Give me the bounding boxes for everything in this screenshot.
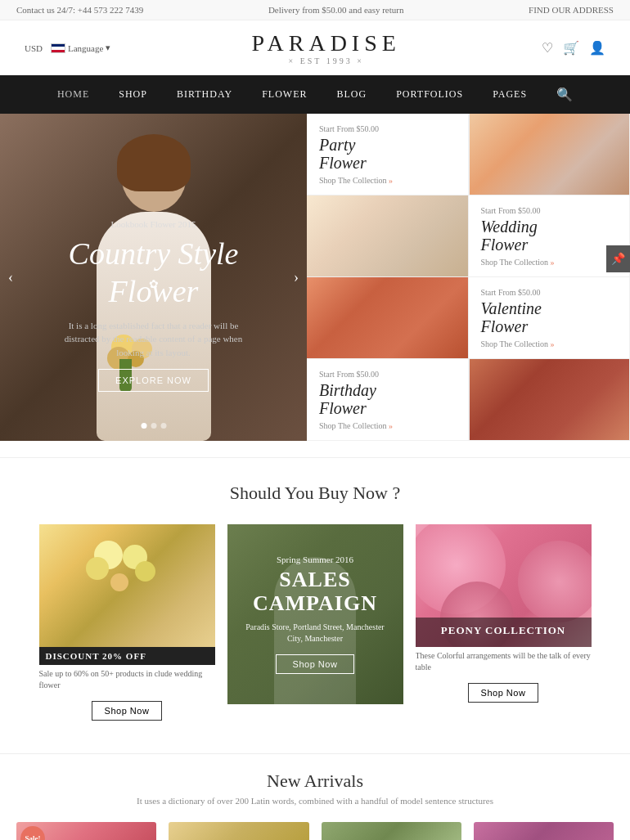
hero-dot-3[interactable]	[160, 423, 166, 429]
logo-est: × EST 1993 ×	[110, 56, 542, 65]
arrival-image-4	[474, 822, 614, 840]
valentine-flower-card: Start From $50.00 ValentineFlower Shop T…	[469, 277, 631, 359]
discount-desc: Sale up to 60% on 50+ products in clude …	[39, 665, 215, 694]
arrival-image-2	[169, 822, 308, 840]
nav-flower[interactable]: FLOWER	[247, 77, 322, 112]
flower-cards-grid: Start From $50.00 PartyFlower Shop The C…	[307, 114, 630, 441]
currency-selector[interactable]: USD	[25, 43, 43, 53]
wedding-title: WeddingFlower	[481, 218, 538, 254]
promo-grid: DISCOUNT 20% OFF Sale up to 60% on 50+ p…	[16, 524, 614, 721]
contact-info: Contact us 24/7: +44 573 222 7439	[16, 5, 143, 15]
arrivals-grid: Sale!	[16, 822, 614, 840]
new-arrivals-desc: It uses a dictionary of over 200 Latin w…	[16, 796, 614, 806]
valentine-flower-image	[307, 277, 469, 359]
party-title: PartyFlower	[319, 136, 367, 172]
should-buy-title: Should You Buy Now ?	[16, 483, 614, 504]
nav-search-icon[interactable]: 🔍	[542, 75, 587, 114]
nav-blog[interactable]: BLOG	[322, 77, 382, 112]
arrival-card-3	[322, 822, 461, 840]
season-label: Spring Summer 2016	[240, 555, 391, 564]
discount-image	[39, 524, 215, 647]
sidebar-pin-button[interactable]: 📌	[606, 245, 630, 272]
hero-prev-button[interactable]: ‹	[8, 269, 13, 286]
hero-dot-2[interactable]	[151, 423, 156, 429]
hero-title: Country Style Flower	[52, 236, 256, 310]
sales-campaign-card: Spring Summer 2016 SALES CAMPAIGN Paradi…	[227, 524, 403, 721]
peony-overlay: PEONY COLLECTION	[416, 618, 592, 647]
valentine-title: ValentineFlower	[481, 299, 542, 335]
explore-button[interactable]: Explore Now	[98, 369, 209, 392]
cart-icon[interactable]: 🛒	[563, 40, 579, 56]
header-left: USD Language ▾	[25, 43, 110, 53]
peony-card: PEONY COLLECTION PEONY COLLECTION These …	[416, 524, 592, 721]
logo-title: PARADISE	[110, 30, 542, 56]
flag-icon	[51, 43, 65, 53]
arrival-image-3	[322, 822, 461, 840]
party-flower-card: Start From $50.00 PartyFlower Shop The C…	[307, 114, 469, 195]
birthday-flower-image	[469, 359, 631, 441]
party-flower-image	[469, 114, 631, 195]
address-link[interactable]: FIND OUR ADDRESS	[529, 5, 614, 15]
wedding-flower-image	[307, 195, 469, 277]
hero-dots	[141, 423, 166, 429]
campaign-title: SALES CAMPAIGN	[240, 568, 391, 615]
should-buy-section: Should You Buy Now ? DISCOUNT 20% OFF Sa…	[0, 457, 630, 745]
nav-shop[interactable]: SHOP	[104, 77, 162, 112]
sale-badge-1: Sale!	[20, 826, 45, 840]
new-arrivals-section: New Arrivals It uses a dictionary of ove…	[0, 753, 630, 840]
account-icon[interactable]: 👤	[589, 40, 605, 56]
nav-pages[interactable]: PAGES	[478, 77, 542, 112]
hero-desc: It is a long established fact that a rea…	[52, 319, 256, 360]
peony-shop-button[interactable]: Shop Now	[468, 683, 539, 703]
peony-image: PEONY COLLECTION	[416, 524, 592, 647]
valentine-shop-link[interactable]: Shop The Collection »	[481, 339, 555, 348]
nav-portfolios[interactable]: PORTFOLIOS	[381, 77, 478, 112]
campaign-address: Paradis Store, Portland Street, Manchest…	[240, 622, 391, 645]
valentine-price: Start From $50.00	[481, 288, 541, 297]
wedding-price: Start From $50.00	[481, 206, 541, 215]
arrival-card-4	[474, 822, 614, 840]
delivery-info: Delivery from $50.00 and easy return	[268, 5, 404, 15]
hero-next-button[interactable]: ›	[294, 269, 299, 286]
discount-card: DISCOUNT 20% OFF Sale up to 60% on 50+ p…	[39, 524, 215, 721]
wishlist-icon[interactable]: ♡	[542, 40, 553, 56]
discount-label: DISCOUNT 20% OFF	[39, 647, 215, 665]
hero-main: ✿ Lookbook Flower 2015 Country Style Flo…	[0, 114, 307, 441]
birthday-price: Start From $50.00	[319, 370, 379, 379]
main-nav: HOME SHOP BIRTHDAY FLOWER BLOG PORTFOLIO…	[0, 75, 630, 114]
header: USD Language ▾ PARADISE × EST 1993 × ♡ 🛒…	[0, 20, 630, 75]
hero-label: Lookbook Flower 2015	[52, 219, 256, 229]
arrival-image-1: Sale!	[16, 822, 156, 840]
party-price: Start From $50.00	[319, 124, 379, 133]
birthday-flower-card: Start From $50.00 BirthdayFlower Shop Th…	[307, 359, 469, 441]
birthday-shop-link[interactable]: Shop The Collection »	[319, 421, 393, 430]
peony-desc: These Colorful arrangements will be the …	[416, 647, 592, 676]
peony-title: PEONY COLLECTION	[422, 624, 585, 637]
arrival-card-2	[169, 822, 308, 840]
campaign-shop-button[interactable]: Shop Now	[276, 654, 355, 674]
new-arrivals-title: New Arrivals	[16, 770, 614, 792]
discount-shop-button[interactable]: Shop Now	[92, 701, 163, 721]
language-selector[interactable]: Language ▾	[51, 43, 110, 53]
top-bar: Contact us 24/7: +44 573 222 7439 Delive…	[0, 0, 630, 20]
header-icons: ♡ 🛒 👤	[542, 40, 605, 56]
site-logo: PARADISE × EST 1993 ×	[110, 30, 542, 65]
party-shop-link[interactable]: Shop The Collection »	[319, 176, 393, 185]
hero-section: ✿ Lookbook Flower 2015 Country Style Flo…	[0, 114, 630, 441]
sales-campaign-image: Spring Summer 2016 SALES CAMPAIGN Paradi…	[227, 524, 403, 704]
nav-home[interactable]: HOME	[43, 77, 104, 112]
birthday-title: BirthdayFlower	[319, 381, 376, 417]
hero-dot-1[interactable]	[141, 423, 146, 429]
nav-birthday[interactable]: BIRTHDAY	[162, 77, 247, 112]
hero-overlay: Lookbook Flower 2015 Country Style Flowe…	[52, 219, 256, 392]
arrival-card-1: Sale!	[16, 822, 156, 840]
wedding-shop-link[interactable]: Shop The Collection »	[481, 258, 555, 267]
